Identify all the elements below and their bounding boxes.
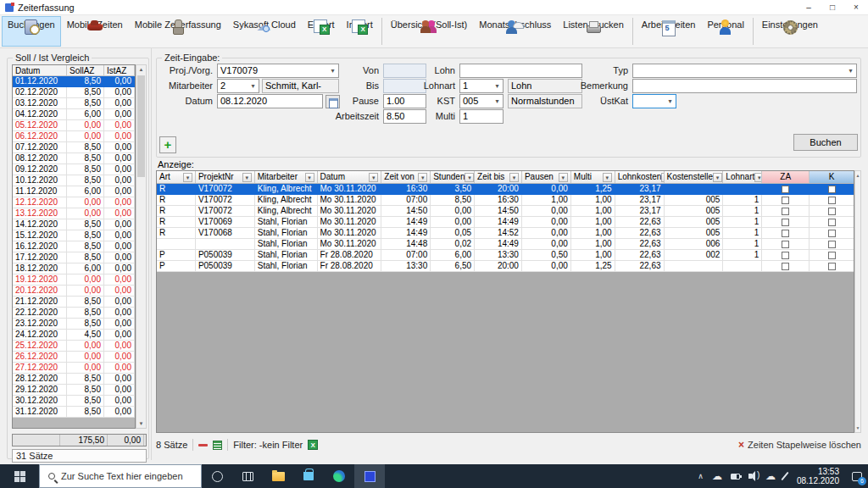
column-header-stunden[interactable]: Stunden▾	[431, 171, 475, 183]
soll-ist-row[interactable]: 28.12.20208,500,00	[13, 374, 135, 385]
soll-ist-row[interactable]: 24.12.20204,500,00	[13, 330, 135, 341]
active-app-button[interactable]	[354, 464, 385, 488]
column-header-zeit-von[interactable]: Zeit von▾	[381, 171, 431, 183]
column-filter-icon[interactable]: ▾	[183, 173, 192, 182]
soll-ist-row[interactable]: 02.12.20208,500,00	[13, 87, 135, 98]
soll-ist-row[interactable]: 06.12.20200,000,00	[13, 131, 135, 142]
scroll-down-icon[interactable]: ▼	[855, 425, 860, 430]
mitarbeiter-combobox[interactable]: 2▾	[217, 79, 259, 93]
soll-ist-row[interactable]: 23.12.20208,500,00	[13, 319, 135, 330]
k-checkbox[interactable]	[828, 219, 836, 226]
column-header-datum[interactable]: Datum	[13, 65, 67, 75]
scroll-up-icon[interactable]: ▲	[136, 67, 146, 72]
soll-ist-row[interactable]: 22.12.20208,500,00	[13, 308, 135, 319]
soll-ist-row[interactable]: 12.12.20200,000,00	[13, 197, 135, 208]
toolbar-button-buchungen[interactable]: Buchungen	[2, 16, 61, 47]
column-header-lohnkosten[interactable]: Lohnkosten▾	[615, 171, 665, 183]
soll-ist-row[interactable]: 27.12.20200,000,00	[13, 363, 135, 374]
soll-ist-row[interactable]: 26.12.20200,000,00	[13, 352, 135, 363]
soll-ist-row[interactable]: 17.12.20208,500,00	[13, 252, 135, 263]
grid-icon[interactable]	[213, 441, 222, 450]
column-header-za[interactable]: ZA	[762, 171, 810, 183]
toolbar-button-export[interactable]: Export	[302, 16, 341, 47]
soll-ist-row[interactable]: 15.12.20208,500,00	[13, 230, 135, 241]
k-checkbox[interactable]	[828, 252, 836, 259]
add-entry-button[interactable]: +	[159, 136, 176, 153]
remove-icon[interactable]	[198, 444, 208, 446]
column-filter-icon[interactable]: ▾	[603, 173, 612, 182]
onedrive-icon[interactable]: ☁↑	[761, 472, 780, 480]
toolbar-button-einstellungen[interactable]: Einstellungen	[756, 16, 824, 47]
task-view-button[interactable]	[232, 464, 263, 488]
k-checkbox[interactable]	[828, 263, 836, 270]
column-filter-icon[interactable]: ▾	[369, 173, 378, 182]
k-checkbox[interactable]	[828, 241, 836, 248]
soll-ist-row[interactable]: 18.12.20206,000,00	[13, 263, 135, 274]
k-checkbox[interactable]	[828, 197, 836, 204]
column-header-zeit-bis[interactable]: Zeit bis▾	[475, 171, 522, 183]
soll-ist-row[interactable]: 20.12.20200,000,00	[13, 286, 135, 297]
za-checkbox[interactable]	[782, 197, 789, 204]
volume-icon[interactable]	[744, 474, 761, 479]
soll-ist-row[interactable]: 10.12.20208,500,00	[13, 175, 135, 186]
anzeige-scrollbar[interactable]: ▲ ▼	[854, 170, 861, 433]
column-header-datum[interactable]: Datum▾	[318, 171, 382, 183]
anzeige-row[interactable]: PP050039Stahl, FlorianFr 28.08.202013:30…	[157, 261, 854, 272]
soll-ist-row[interactable]: 30.12.20208,500,00	[13, 396, 135, 407]
column-filter-icon[interactable]: ▾	[754, 173, 762, 182]
column-header-lohnart[interactable]: Lohnart▾	[723, 171, 762, 183]
taskbar-search[interactable]: Zur Suche Text hier eingeben	[39, 464, 202, 488]
anzeige-row[interactable]: RV170068Stahl, FlorianMo 30.11.202014:49…	[157, 228, 854, 239]
battery-icon[interactable]	[726, 474, 744, 480]
toolbar-button-listen-drucken[interactable]: Listen drucken	[557, 16, 630, 47]
kst-combobox[interactable]: 005▾	[459, 94, 504, 108]
za-checkbox[interactable]	[782, 186, 789, 193]
chevron-down-icon[interactable]: ▾	[492, 95, 503, 108]
soll-ist-row[interactable]: 04.12.20206,000,00	[13, 109, 135, 120]
soll-ist-row[interactable]: 13.12.20200,000,00	[13, 208, 135, 219]
za-checkbox[interactable]	[782, 241, 789, 248]
column-header-multi[interactable]: Multi▾	[571, 171, 615, 183]
column-filter-icon[interactable]: ▾	[305, 173, 314, 182]
soll-ist-row[interactable]: 16.12.20208,500,00	[13, 241, 135, 252]
pen-icon[interactable]	[780, 471, 790, 481]
za-checkbox[interactable]	[782, 252, 789, 259]
start-button[interactable]	[0, 464, 39, 488]
column-header-k[interactable]: K	[810, 171, 854, 183]
column-filter-icon[interactable]: ▾	[242, 173, 252, 182]
close-button[interactable]: ×	[844, 0, 868, 15]
minimize-button[interactable]: –	[797, 0, 821, 15]
soll-ist-row[interactable]: 03.12.20208,500,00	[13, 98, 135, 109]
soll-ist-row[interactable]: 21.12.20208,500,00	[13, 297, 135, 308]
edge-button[interactable]	[324, 464, 354, 488]
excel-export-icon[interactable]: X	[308, 440, 318, 450]
typ-combobox[interactable]: ▾	[632, 64, 857, 78]
toolbar-button-monatsabschluss[interactable]: Monatsabschluss	[473, 16, 557, 47]
multi-input[interactable]: 1	[459, 109, 504, 124]
chevron-down-icon[interactable]: ▾	[665, 95, 676, 108]
toolbar-button-arbeitszeiten[interactable]: Arbeitszeiten	[636, 16, 702, 47]
column-filter-icon[interactable]: ▾	[509, 173, 519, 182]
za-checkbox[interactable]	[782, 219, 789, 226]
toolbar-button-uebersicht-soll-ist[interactable]: Übersicht (Soll-Ist)	[385, 16, 473, 47]
column-filter-icon[interactable]: ▾	[465, 173, 474, 182]
anzeige-row[interactable]: PP050039Stahl, FlorianFr 28.08.202007:00…	[157, 250, 854, 261]
soll-ist-row[interactable]: 31.12.20208,500,00	[13, 407, 135, 418]
anzeige-row[interactable]: RV170069Stahl, FlorianMo 30.11.202014:49…	[157, 217, 854, 228]
notification-center-button[interactable]: 6	[846, 464, 868, 488]
column-header-kostenstelle[interactable]: Kostenstelle▾	[665, 171, 724, 183]
soll-ist-row[interactable]: 11.12.20206,000,00	[13, 186, 135, 197]
tray-expand-icon[interactable]: ∧	[693, 472, 708, 480]
proj-vorg-combobox[interactable]: V170079▾	[217, 64, 339, 78]
toolbar-button-sykasoft-cloud[interactable]: Sykasoft Cloud	[227, 16, 302, 47]
scrollbar-thumb[interactable]	[137, 75, 145, 177]
file-explorer-button[interactable]	[263, 464, 293, 488]
toolbar-button-mobile-zeiterfassung[interactable]: Mobile Zeiterfassung	[129, 16, 227, 47]
soll-ist-row[interactable]: 29.12.20208,500,00	[13, 385, 135, 396]
column-header-pausen[interactable]: Pausen▾	[522, 171, 571, 183]
buchen-button[interactable]: Buchen	[793, 134, 858, 151]
k-checkbox[interactable]	[828, 208, 836, 215]
cortana-button[interactable]	[202, 464, 232, 488]
chevron-down-icon[interactable]: ▾	[845, 64, 856, 77]
column-filter-icon[interactable]: ▾	[713, 173, 722, 182]
